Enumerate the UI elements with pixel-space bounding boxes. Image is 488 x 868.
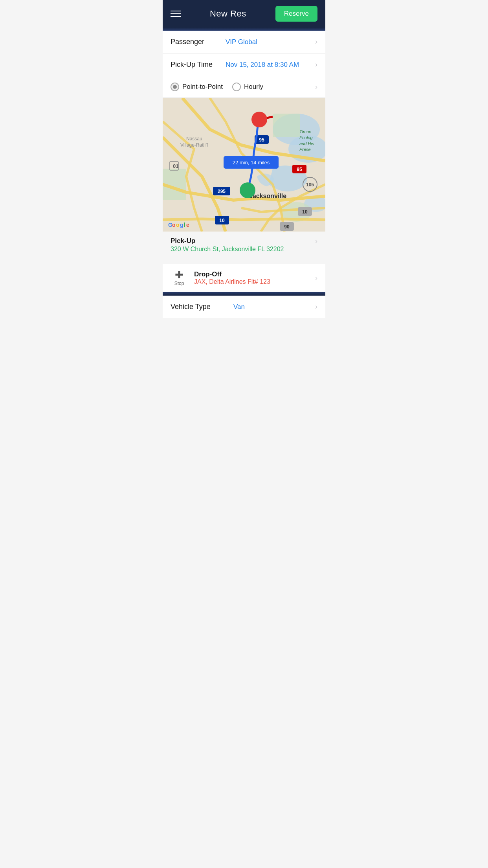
pickup-time-value: Nov 15, 2018 at 8:30 AM [226,61,315,69]
header-band [163,28,325,31]
svg-text:and His: and His [299,141,314,146]
vehicle-type-label: Vehicle Type [171,303,233,311]
dropoff-section[interactable]: ✚ Stop Drop-Off JAX, Delta Airlines Flt#… [163,264,325,292]
reserve-button[interactable]: Reserve [275,6,317,22]
pickup-address: 320 W Church St, Jacksonville FL 32202 [171,245,311,258]
svg-text:105: 105 [306,182,314,188]
hourly-label: Hourly [244,83,263,91]
passenger-value: VIP Global [226,38,315,46]
svg-text:10: 10 [219,218,225,223]
dropoff-chevron-icon: › [315,274,317,282]
svg-text:95: 95 [297,167,302,172]
pickup-content: Pick-Up 320 W Church St, Jacksonville FL… [171,237,315,258]
svg-text:Nassau: Nassau [186,136,202,142]
svg-text:l: l [184,222,185,228]
svg-text:Timuc: Timuc [299,129,311,134]
menu-button[interactable] [171,11,181,17]
pickup-label: Pick-Up [171,237,311,245]
svg-text:90: 90 [284,224,290,230]
trip-type-row: Point-to-Point Hourly › [163,76,325,98]
svg-text:D: D [257,117,261,123]
svg-text:P: P [246,188,250,193]
app-header: New Res Reserve [163,0,325,28]
hourly-radio[interactable] [232,83,241,91]
svg-text:Ecolog: Ecolog [299,135,313,140]
svg-text:Jacksonville: Jacksonville [249,193,286,199]
stop-icon-wrap: ✚ Stop [171,270,188,286]
svg-text:295: 295 [218,189,226,194]
hourly-option[interactable]: Hourly [232,83,263,91]
pickup-time-chevron-icon: › [315,61,317,69]
page-title: New Res [210,9,246,19]
map-area[interactable]: 95 95 295 10 10 90 105 Nassau Village-Ra… [163,98,325,232]
map-svg: 95 95 295 10 10 90 105 Nassau Village-Ra… [163,98,325,232]
point-to-point-radio[interactable] [171,83,179,91]
trip-type-chevron-icon: › [315,83,317,91]
vehicle-type-value: Van [233,303,315,311]
stop-label: Stop [174,281,184,286]
passenger-chevron-icon: › [315,38,317,46]
svg-text:Village-Ratliff: Village-Ratliff [180,142,208,148]
passenger-label: Passenger [171,38,226,46]
dropoff-address: JAX, Delta Airlines Flt# 123 [194,278,315,285]
dropoff-content: Drop-Off JAX, Delta Airlines Flt# 123 [194,270,315,285]
dropoff-label: Drop-Off [194,270,315,278]
vehicle-type-row[interactable]: Vehicle Type Van › [163,296,325,318]
stop-pin-icon: ✚ [175,270,183,280]
svg-text:o: o [176,222,180,228]
pickup-time-row[interactable]: Pick-Up Time Nov 15, 2018 at 8:30 AM › [163,53,325,76]
svg-text:Prese: Prese [299,147,311,152]
vehicle-type-chevron-icon: › [315,303,317,311]
svg-text:10: 10 [302,209,308,215]
svg-rect-5 [273,114,300,137]
pickup-time-label: Pick-Up Time [171,61,226,69]
svg-text:g: g [180,222,183,228]
bottom-band [163,292,325,296]
pickup-section[interactable]: Pick-Up 320 W Church St, Jacksonville FL… [163,232,325,264]
svg-text:95: 95 [259,137,264,143]
point-to-point-radio-inner [173,85,177,89]
svg-text:e: e [186,222,189,228]
svg-text:o: o [172,222,176,228]
pickup-chevron-icon: › [315,237,317,245]
svg-text:22 min, 14 miles: 22 min, 14 miles [233,160,270,166]
point-to-point-label: Point-to-Point [182,83,223,91]
point-to-point-option[interactable]: Point-to-Point [171,83,223,91]
svg-text:01: 01 [173,163,178,169]
passenger-row[interactable]: Passenger VIP Global › [163,31,325,53]
